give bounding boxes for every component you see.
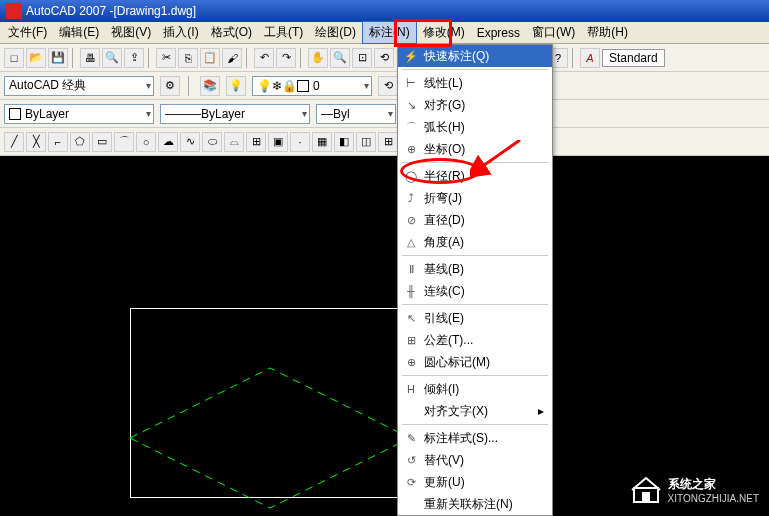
menu-edit[interactable]: 编辑(E) [53,22,105,43]
drawing-canvas[interactable] [0,158,769,516]
app-title-prefix: AutoCAD 2007 - [26,4,113,18]
lineweight-dropdown[interactable]: — Byl [316,104,396,124]
menu-item[interactable]: ⌒弧长(H) [398,116,552,138]
menu-item[interactable]: Ⅱ基线(B) [398,258,552,280]
toolbar-properties: ByLayer ——— ByLayer — Byl [0,100,769,128]
toolbar-draw: ╱ ╳ ⌐ ⬠ ▭ ⌒ ○ ☁ ∿ ⬭ ⌓ ⊞ ▣ · ▦ ◧ ◫ ⊞ A [0,128,769,156]
ellipse-icon[interactable]: ⬭ [202,132,222,152]
save-icon[interactable]: 💾 [48,48,68,68]
annotation-radius-highlight [400,158,480,184]
menu-item[interactable]: ↘对齐(G) [398,94,552,116]
zoom-win-icon[interactable]: ⊡ [352,48,372,68]
match-icon[interactable]: 🖌 [222,48,242,68]
plot-icon[interactable]: 🖶 [80,48,100,68]
makeblock-icon[interactable]: ▣ [268,132,288,152]
app-title-doc: [Drawing1.dwg] [113,4,196,18]
layer-props-icon[interactable]: 📚 [200,76,220,96]
menu-item[interactable]: 重新关联标注(N) [398,493,552,515]
svg-line-1 [480,140,520,168]
zoom-rt-icon[interactable]: 🔍 [330,48,350,68]
menu-item[interactable]: ⟳更新(U) [398,471,552,493]
open-icon[interactable]: 📂 [26,48,46,68]
publish-icon[interactable]: ⇪ [124,48,144,68]
menu-view[interactable]: 视图(V) [105,22,157,43]
menu-item[interactable]: ╫连续(C) [398,280,552,302]
menu-item[interactable]: ⚡快速标注(Q) [398,45,552,67]
menu-item[interactable]: △角度(A) [398,231,552,253]
layer-dropdown[interactable]: 💡❄🔒0 [252,76,372,96]
toolbar-standard: □ 📂 💾 🖶 🔍 ⇪ ✂ ⎘ 📋 🖌 ↶ ↷ ✋ 🔍 ⊡ ⟲ ☰ ▦ ▥ ▤ … [0,44,769,72]
ellarc-icon[interactable]: ⌓ [224,132,244,152]
layer-iso-icon[interactable]: 💡 [226,76,246,96]
layer-prev-icon[interactable]: ⟲ [378,76,398,96]
menu-express[interactable]: Express [471,24,526,42]
menu-item[interactable]: ⊞公差(T)... [398,329,552,351]
annotation-arrow [470,140,530,183]
dimension-menu: ⚡快速标注(Q)⊢线性(L)↘对齐(G)⌒弧长(H)⊕坐标(O)◯半径(R)⤴折… [397,44,553,516]
hatch-icon[interactable]: ▦ [312,132,332,152]
block-icon[interactable]: ⊞ [246,132,266,152]
workspace-dropdown[interactable]: AutoCAD 经典 [4,76,154,96]
point-icon[interactable]: · [290,132,310,152]
xline-icon[interactable]: ╳ [26,132,46,152]
cut-icon[interactable]: ✂ [156,48,176,68]
menu-item[interactable]: ⊘直径(D) [398,209,552,231]
toolbar-workspace-layer: AutoCAD 经典 ⚙ 📚 💡 💡❄🔒0 ⟲ [0,72,769,100]
menu-insert[interactable]: 插入(I) [157,22,204,43]
circle-icon[interactable]: ○ [136,132,156,152]
watermark-text: 系统之家 [668,477,716,491]
menu-item[interactable]: ✎标注样式(S)... [398,427,552,449]
arc-icon[interactable]: ⌒ [114,132,134,152]
revcloud-icon[interactable]: ☁ [158,132,178,152]
rect-icon[interactable]: ▭ [92,132,112,152]
app-icon [6,3,22,19]
style-a-icon[interactable]: A [580,48,600,68]
pan-icon[interactable]: ✋ [308,48,328,68]
watermark: 系统之家 XITONGZHIJIA.NET [630,474,760,506]
color-dropdown[interactable]: ByLayer [4,104,154,124]
menu-item[interactable]: ⤴折弯(J) [398,187,552,209]
svg-rect-3 [642,492,650,502]
menu-draw[interactable]: 绘图(D) [309,22,362,43]
linetype-dropdown[interactable]: ——— ByLayer [160,104,310,124]
annotation-menu-highlight [394,19,452,47]
menu-item[interactable]: ⊢线性(L) [398,72,552,94]
menu-item[interactable]: ↺替代(V) [398,449,552,471]
menu-format[interactable]: 格式(O) [205,22,258,43]
watermark-url: XITONGZHIJIA.NET [668,493,760,504]
table-icon[interactable]: ⊞ [378,132,398,152]
text-style-dropdown[interactable]: Standard [602,49,665,67]
pline-icon[interactable]: ⌐ [48,132,68,152]
menu-item[interactable]: ↖引线(E) [398,307,552,329]
spline-icon[interactable]: ∿ [180,132,200,152]
menu-window[interactable]: 窗口(W) [526,22,581,43]
undo-icon[interactable]: ↶ [254,48,274,68]
watermark-logo-icon [630,474,662,506]
redo-icon[interactable]: ↷ [276,48,296,68]
title-bar: AutoCAD 2007 - [Drawing1.dwg] [0,0,769,22]
zoom-prev-icon[interactable]: ⟲ [374,48,394,68]
menu-help[interactable]: 帮助(H) [581,22,634,43]
ws-settings-icon[interactable]: ⚙ [160,76,180,96]
menu-item[interactable]: H倾斜(I) [398,378,552,400]
menu-tools[interactable]: 工具(T) [258,22,309,43]
gradient-icon[interactable]: ◧ [334,132,354,152]
menu-item[interactable]: 对齐文字(X)▸ [398,400,552,422]
preview-icon[interactable]: 🔍 [102,48,122,68]
menu-file[interactable]: 文件(F) [2,22,53,43]
polygon-icon[interactable]: ⬠ [70,132,90,152]
menu-bar: 文件(F) 编辑(E) 视图(V) 插入(I) 格式(O) 工具(T) 绘图(D… [0,22,769,44]
line-icon[interactable]: ╱ [4,132,24,152]
copy-icon[interactable]: ⎘ [178,48,198,68]
region-icon[interactable]: ◫ [356,132,376,152]
new-icon[interactable]: □ [4,48,24,68]
paste-icon[interactable]: 📋 [200,48,220,68]
menu-item[interactable]: ⊕圆心标记(M) [398,351,552,373]
